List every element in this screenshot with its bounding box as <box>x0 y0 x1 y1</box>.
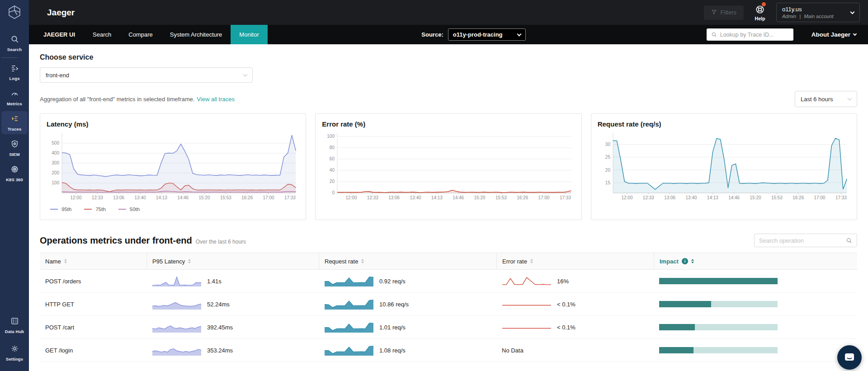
latency-sparkline <box>152 344 202 356</box>
latency-chart: 10020030040050012:0012:3313:0613:4014:13… <box>47 131 299 203</box>
table-row[interactable]: POST /cart 392.45ms 1.01 req/s < 0.1% <box>40 316 857 339</box>
svg-text:17:33: 17:33 <box>284 195 296 200</box>
svg-text:13:40: 13:40 <box>410 195 421 200</box>
table-row[interactable]: GET /login 353.24ms 1.08 req/s No Data <box>40 339 857 362</box>
request-rate-sparkline <box>324 275 374 287</box>
jaeger-ui-brand[interactable]: JAEGER UI <box>29 31 84 38</box>
sidebar-item-search[interactable]: Search <box>1 32 28 55</box>
chevron-down-icon <box>848 96 852 101</box>
search-operation-input[interactable]: Search operation <box>754 234 857 247</box>
svg-text:15:53: 15:53 <box>771 195 783 200</box>
error-rate-value: No Data <box>502 347 524 354</box>
sidebar-item-settings[interactable]: Settings <box>1 341 28 364</box>
operations-table: Name P95 Latency Request rate Error rate… <box>40 253 857 362</box>
impact-bar <box>659 347 778 353</box>
tab-search[interactable]: Search <box>84 25 120 44</box>
svg-text:20: 20 <box>330 179 335 184</box>
column-header-impact[interactable]: Impact <box>654 253 857 269</box>
svg-text:14:13: 14:13 <box>431 195 443 200</box>
sort-icon <box>361 259 364 263</box>
latency-sparkline <box>152 321 202 333</box>
chevron-down-icon <box>243 72 248 77</box>
column-header-error-rate[interactable]: Error rate <box>496 253 654 269</box>
operation-name: HTTP GET <box>40 301 146 308</box>
metrics-icon <box>10 89 19 99</box>
tab-compare[interactable]: Compare <box>120 25 161 44</box>
impact-bar <box>659 301 778 307</box>
trace-lookup-input[interactable]: Lookup by Trace ID... <box>707 28 793 41</box>
help-icon <box>755 4 765 15</box>
svg-text:15:20: 15:20 <box>474 195 486 200</box>
sidebar-item-k8s360[interactable]: K8S 360 <box>1 162 28 185</box>
nav-tabs: SearchCompareSystem ArchitectureMonitor <box>84 25 268 44</box>
timeframe-select[interactable]: Last 6 hours <box>795 91 857 107</box>
filters-button[interactable]: Filters <box>704 5 744 20</box>
legend-item: 75th <box>84 207 105 212</box>
latency-sparkline <box>152 298 202 310</box>
svg-text:12:33: 12:33 <box>367 195 378 200</box>
svg-text:12:33: 12:33 <box>92 195 103 200</box>
operation-name: POST /cart <box>40 324 146 331</box>
sidebar-item-logs[interactable]: Logs <box>1 61 28 84</box>
svg-text:17:33: 17:33 <box>560 195 571 200</box>
svg-text:15: 15 <box>605 180 611 185</box>
jaeger-nav: JAEGER UI SearchCompareSystem Architectu… <box>29 25 868 44</box>
sidebar-item-datahub[interactable]: Data Hub <box>1 314 28 337</box>
error-rate-sparkline <box>502 321 552 333</box>
request-rate-chart: 1520253012:0012:3313:0613:4014:1314:4615… <box>598 131 850 203</box>
view-all-traces-link[interactable]: View all traces <box>197 96 235 103</box>
app-logo[interactable] <box>6 4 23 22</box>
column-header-p95-latency[interactable]: P95 Latency <box>146 253 319 269</box>
about-jaeger-menu[interactable]: About Jaeger <box>811 31 856 38</box>
operation-name: POST /orders <box>40 278 146 285</box>
error-rate-sparkline <box>502 275 552 287</box>
info-icon[interactable] <box>682 258 688 264</box>
svg-text:12:00: 12:00 <box>71 195 82 200</box>
column-header-name[interactable]: Name <box>40 253 146 269</box>
source-label: Source: <box>421 31 443 38</box>
svg-text:12:33: 12:33 <box>643 195 654 200</box>
funnel-icon <box>711 9 717 16</box>
svg-text:14:13: 14:13 <box>707 195 718 200</box>
svg-text:80: 80 <box>330 145 335 150</box>
request-rate-value: 10.86 req/s <box>379 301 409 308</box>
request-rate-value: 1.08 req/s <box>379 347 406 354</box>
svg-text:200: 200 <box>52 170 59 175</box>
tab-system-architecture[interactable]: System Architecture <box>161 25 231 44</box>
service-select[interactable]: front-end <box>40 67 253 83</box>
logs-icon <box>10 64 19 74</box>
request-rate-value: 1.01 req/s <box>379 324 406 331</box>
error-rate-value: < 0.1% <box>557 324 576 331</box>
latency-sparkline <box>152 275 202 287</box>
aggregation-text: Aggregation of all "front-end" metrics i… <box>40 96 194 103</box>
svg-text:60: 60 <box>330 156 335 161</box>
chat-launcher[interactable] <box>837 345 862 370</box>
choose-service-title: Choose service <box>40 53 857 61</box>
table-row[interactable]: POST /orders 1.41s 0.92 req/s 16% <box>40 270 857 293</box>
latency-value: 1.41s <box>207 278 222 285</box>
account-menu[interactable]: o11y.us Admin | Main account <box>776 3 860 22</box>
data-hub-icon <box>10 317 19 327</box>
sidebar-item-traces[interactable]: Traces <box>1 111 28 134</box>
error-rate-chart-card: Error rate (%) 02040608010012:0012:3313:… <box>315 113 581 220</box>
chevron-down-icon <box>517 32 521 36</box>
column-header-request-rate[interactable]: Request rate <box>319 253 496 269</box>
sort-icon <box>64 259 67 263</box>
svg-text:0: 0 <box>332 190 335 195</box>
sort-icon <box>188 259 191 263</box>
legend-item: 95th <box>50 207 71 212</box>
svg-text:15:53: 15:53 <box>220 195 231 200</box>
sidebar-item-metrics[interactable]: Metrics <box>1 86 28 109</box>
source-select[interactable]: o11y-prod-tracing <box>448 28 526 41</box>
svg-text:16:26: 16:26 <box>793 195 804 200</box>
table-row[interactable]: HTTP GET 52.24ms 10.86 req/s < 0.1% <box>40 293 857 316</box>
sidebar-item-siem[interactable]: SIEM <box>1 136 28 160</box>
latency-chart-card: Latency (ms) 10020030040050012:0012:3313… <box>40 113 306 220</box>
svg-text:17:00: 17:00 <box>263 195 274 200</box>
help-button[interactable]: Help <box>755 4 765 21</box>
table-header: Name P95 Latency Request rate Error rate… <box>40 253 857 270</box>
error-rate-value: < 0.1% <box>557 301 576 308</box>
chevron-down-icon <box>850 9 855 14</box>
tab-monitor[interactable]: Monitor <box>231 25 267 44</box>
top-bar: Jaeger Filters Help o11y.us Admin <box>29 0 868 25</box>
